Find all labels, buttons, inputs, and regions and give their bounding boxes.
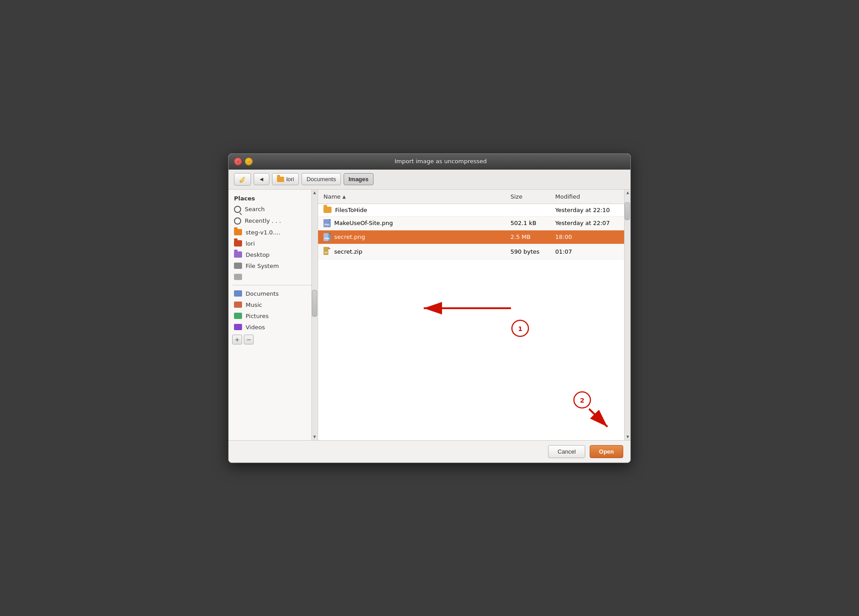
table-row[interactable]: PNG MakeUseOf-Site.png 502.1 kB Yesterda… [318, 217, 630, 230]
sidebar-scroll-down[interactable]: ▼ [311, 434, 318, 440]
zip-icon: ZIP [323, 247, 331, 256]
add-remove-bar: + − [229, 333, 318, 346]
file-name-cell: PNG MakeUseOf-Site.png [318, 217, 505, 230]
main-content: Places Search Recently . . . steg-v1.0..… [229, 190, 630, 440]
sidebar-music-label: Music [246, 302, 262, 308]
file-size-cell: 590 bytes [505, 244, 550, 259]
table-row[interactable]: FilesToHide Yesterday at 22:10 [318, 204, 630, 217]
lori-folder-icon [277, 177, 284, 182]
sidebar-item-music[interactable]: Music [229, 299, 318, 310]
documents-label: Documents [306, 176, 336, 183]
steg-folder-icon [234, 229, 242, 235]
desktop-folder-icon [234, 251, 242, 258]
title-bar-buttons: × – [234, 157, 253, 166]
sidebar-scroll-up[interactable]: ▲ [311, 190, 318, 196]
sidebar-filesystem-label: File System [246, 263, 279, 269]
sidebar-recently-label: Recently . . . [245, 217, 281, 224]
sidebar-item-documents[interactable]: Documents [229, 288, 318, 299]
file-modified-cell: Yesterday at 22:07 [550, 217, 630, 230]
sidebar-item-pictures[interactable]: Pictures [229, 310, 318, 322]
file-modified-cell: Yesterday at 22:10 [550, 204, 630, 216]
search-icon [234, 206, 241, 213]
sidebar-documents-label: Documents [246, 290, 279, 297]
cancel-button[interactable]: Cancel [548, 445, 585, 458]
sidebar-item-search[interactable]: Search [229, 204, 318, 215]
music-folder-icon [234, 302, 242, 308]
images-breadcrumb[interactable]: Images [344, 173, 374, 185]
close-icon: × [236, 159, 240, 164]
sidebar-scroll-thumb[interactable] [312, 290, 317, 317]
window-title: Import image as uncompressed [256, 158, 625, 165]
bottom-bar: Cancel Open [229, 440, 630, 463]
png-icon-selected: PNG [323, 233, 331, 241]
sidebar: Places Search Recently . . . steg-v1.0..… [229, 190, 318, 440]
videos-folder-icon [234, 324, 242, 330]
sidebar-lori-label: lori [246, 240, 255, 247]
sidebar-videos-label: Videos [246, 324, 265, 331]
table-row[interactable]: PNG secret.png 2.5 MB 18:00 [318, 230, 630, 244]
sidebar-header: Places [229, 191, 318, 204]
toolbar: ◄ lori Documents Images [229, 170, 630, 190]
file-size-cell: 2.5 MB [505, 230, 550, 244]
remove-bookmark-button[interactable]: − [244, 335, 254, 344]
sidebar-item-videos[interactable]: Videos [229, 322, 318, 333]
sidebar-desktop-label: Desktop [246, 251, 270, 258]
svg-text:ZIP: ZIP [324, 251, 327, 254]
sidebar-item-lori[interactable]: lori [229, 238, 318, 249]
sidebar-item-steg[interactable]: steg-v1.0.... [229, 227, 318, 238]
sidebar-separator [232, 285, 314, 285]
minimize-icon: – [248, 159, 250, 164]
lori-label: lori [286, 176, 294, 183]
svg-text:PNG: PNG [324, 223, 330, 226]
file-list: FilesToHide Yesterday at 22:10 [318, 204, 630, 440]
file-table-header: Name ▲ Size Modified [318, 190, 630, 204]
file-modified-cell: 01:07 [550, 244, 630, 259]
file-pane-scrollbar[interactable]: ▲ ▼ [624, 190, 630, 440]
filesystem-icon [234, 263, 242, 269]
file-pane-scroll-down[interactable]: ▼ [625, 434, 631, 440]
sidebar-item-drive2[interactable] [229, 272, 318, 282]
add-bookmark-button[interactable]: + [232, 335, 242, 344]
images-label: Images [349, 176, 369, 183]
minimize-button[interactable]: – [245, 157, 253, 166]
sidebar-search-label: Search [245, 206, 265, 212]
close-button[interactable]: × [234, 157, 242, 166]
dialog-window: × – Import image as uncompressed ◄ [228, 153, 631, 463]
column-header-modified[interactable]: Modified [550, 191, 630, 202]
file-name-cell: ZIP secret.zip [318, 244, 505, 259]
back-arrow-icon: ◄ [259, 176, 264, 183]
lori-breadcrumb[interactable]: lori [272, 173, 299, 185]
edit-button[interactable] [234, 173, 251, 186]
svg-text:PNG: PNG [324, 237, 330, 240]
recently-icon [234, 217, 241, 225]
file-pane-scroll-up[interactable]: ▲ [625, 190, 631, 196]
table-row[interactable]: ZIP secret.zip 590 bytes 01:07 [318, 244, 630, 259]
pencil-icon [239, 176, 246, 183]
open-button[interactable]: Open [590, 445, 623, 458]
lori-folder-icon-sidebar [234, 240, 242, 246]
file-name-cell: FilesToHide [318, 204, 505, 216]
drive2-icon [234, 274, 242, 280]
file-name-cell: PNG secret.png [318, 230, 505, 244]
pictures-folder-icon [234, 313, 242, 319]
sidebar-item-desktop[interactable]: Desktop [229, 249, 318, 260]
svg-marker-11 [328, 247, 331, 249]
sidebar-item-filesystem[interactable]: File System [229, 260, 318, 272]
svg-rect-10 [323, 247, 328, 255]
sidebar-scrollbar[interactable]: ▲ ▼ [311, 190, 318, 440]
documents-breadcrumb[interactable]: Documents [302, 173, 341, 185]
documents-folder-icon [234, 290, 242, 297]
sidebar-steg-label: steg-v1.0.... [246, 229, 280, 236]
column-header-size[interactable]: Size [505, 191, 550, 202]
sidebar-pictures-label: Pictures [246, 313, 268, 319]
file-pane: Name ▲ Size Modified [318, 190, 630, 440]
svg-marker-8 [328, 233, 331, 235]
png-icon: PNG [323, 219, 331, 227]
sort-asc-icon: ▲ [342, 194, 346, 199]
sidebar-item-recently[interactable]: Recently . . . [229, 215, 318, 227]
file-size-cell: 502.1 kB [505, 217, 550, 230]
file-pane-scroll-thumb[interactable] [625, 202, 630, 220]
back-button[interactable]: ◄ [254, 173, 269, 185]
folder-icon [323, 207, 332, 213]
column-header-name[interactable]: Name ▲ [318, 191, 505, 202]
